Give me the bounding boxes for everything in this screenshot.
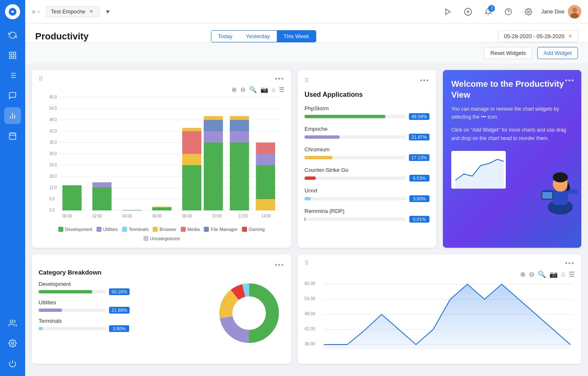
sidebar-item-charts[interactable] [4,107,21,124]
home-icon[interactable]: ⌂ [272,86,276,93]
user-menu[interactable]: Jane Doe [541,5,581,18]
notification-button[interactable]: 3 [481,4,496,19]
help-button[interactable] [501,4,516,19]
linechart-controls: ⊕ ⊖ 🔍 📷 ⌂ ☰ [298,267,581,280]
tab-today[interactable]: Today [211,31,239,42]
donut-chart [216,280,283,348]
topbar: ≡→ Test Empoche ✕ ▾ 3 Jane Doe [25,0,588,23]
svg-text:60.00: 60.00 [304,281,315,286]
reset-widgets-button[interactable]: Reset Widgets [484,47,532,59]
legend-media: Media [181,227,200,232]
sidebar-item-users[interactable] [4,315,21,332]
app-counterstrike: Counter-Strike Go 6.53% [304,167,429,182]
svg-text:30.0: 30.0 [49,151,57,156]
svg-rect-69 [230,120,249,131]
sidebar-item-list[interactable] [4,67,21,84]
breakdown-menu-icon[interactable]: ••• [275,261,284,269]
linechart-menu-icon[interactable]: ••• [565,259,575,267]
sidebar-item-settings[interactable] [4,335,21,352]
menu-icon[interactable]: ☰ [279,86,284,93]
svg-rect-1 [10,52,12,55]
legend-development: Development [58,227,92,232]
date-range-picker[interactable]: 05-28-2020 - 05-28-2020 ✕ [498,30,578,42]
linechart-zoom-out-icon[interactable]: ⊖ [529,270,534,278]
chart-controls: ⊕ ⊖ 🔍 📷 ⌂ ☰ [32,83,291,95]
zoom-out-icon[interactable]: ⊖ [240,86,246,93]
svg-rect-92 [542,192,552,199]
app-urxvt: Urxvt 3.80% [304,187,429,202]
legend-utilities: Utilities [96,227,118,232]
tab-yesterday[interactable]: Yesterday [239,31,276,42]
app-phpstorm: PhpStorm 49.59% [304,105,429,120]
linechart-drag-icon[interactable]: ⠿ [304,259,309,267]
sidebar [0,0,25,376]
settings-button[interactable] [521,4,536,19]
sidebar-item-chat[interactable] [4,87,21,104]
svg-point-19 [12,342,14,345]
apps-drag-handle-icon[interactable]: ⠿ [304,77,309,84]
bar-chart-area: 60.0 54.0 48.0 42.0 36.0 30.0 24.0 18.0 … [32,95,291,223]
welcome-card: ••• Welcome to the Productivity View You… [443,70,581,248]
sidebar-item-refresh[interactable] [4,27,21,44]
sidebar-logo[interactable] [5,4,20,19]
legend-gaming: Gaming [242,227,265,232]
legend-browser: Browser [153,227,176,232]
svg-text:08:00: 08:00 [182,214,192,218]
svg-text:04:00: 04:00 [122,214,132,218]
date-range-value: 05-28-2020 - 05-28-2020 [504,33,565,39]
date-clear-icon[interactable]: ✕ [568,33,572,39]
welcome-text1: You can manage or remove the chart widge… [451,105,573,121]
svg-text:6.0: 6.0 [49,197,55,201]
notification-badge: 3 [488,5,495,12]
play-button[interactable] [440,4,455,19]
welcome-menu-icon[interactable]: ••• [565,77,575,84]
category-breakdown-card: ••• Category Breakdown Development 50.26… [32,254,291,364]
sidebar-item-calendar[interactable] [4,127,21,144]
svg-marker-109 [324,284,570,349]
widget-toolbar: Reset Widgets Add Widget [25,43,588,63]
svg-point-29 [572,8,577,13]
breakdown-title: Category Breakdown [39,269,284,276]
time-tab-group: Today Yesterday This Week [211,30,316,42]
svg-text:54.00: 54.00 [304,296,315,301]
used-apps-title: Used Applications [304,91,429,99]
svg-point-98 [232,296,266,330]
svg-rect-2 [13,52,16,55]
sidebar-item-dashboard[interactable] [4,47,21,64]
svg-text:12:00: 12:00 [238,214,248,218]
svg-rect-54 [92,187,112,210]
add-widget-button[interactable]: Add Widget [537,47,578,59]
apps-menu-icon[interactable]: ••• [420,77,429,84]
main-content: ≡→ Test Empoche ✕ ▾ 3 Jane Doe [25,0,588,376]
svg-rect-61 [182,131,201,154]
linechart-camera-icon[interactable]: 📷 [549,270,558,278]
workspace-chevron-icon[interactable]: ▾ [106,8,109,16]
welcome-title: Welcome to the Productivity View [451,78,573,100]
svg-text:12.0: 12.0 [49,185,57,190]
svg-rect-72 [256,154,275,165]
svg-text:48.0: 48.0 [49,117,57,122]
workspace-close-icon[interactable]: ✕ [88,8,95,15]
linechart-list-icon[interactable]: ☰ [569,270,575,278]
add-button[interactable] [461,4,476,19]
tab-this-week[interactable]: This Week [277,31,316,42]
line-chart-card: ⠿ ••• ⊕ ⊖ 🔍 📷 ⌂ ☰ 60.00 54.00 48.00 42.0… [298,254,581,364]
bar-chart-menu-icon[interactable]: ••• [275,75,284,83]
chart-legend: Development Utilities Terminals Browser … [32,223,291,241]
linechart-zoom-in-icon[interactable]: ⊕ [520,270,526,278]
workspace-selector[interactable]: Test Empoche ✕ [46,6,99,17]
workspace-icon: ≡→ [32,8,41,15]
search-icon[interactable]: 🔍 [249,86,257,93]
svg-rect-63 [204,143,223,210]
svg-text:42.00: 42.00 [304,327,315,331]
avatar [568,5,581,18]
linechart-home-icon[interactable]: ⌂ [561,270,565,278]
svg-rect-90 [568,189,578,194]
sidebar-item-power[interactable] [4,355,21,372]
bar-chart-header: ⠿ ••• [32,70,291,83]
svg-text:0.0: 0.0 [49,208,55,213]
zoom-in-icon[interactable]: ⊕ [232,86,237,93]
camera-icon[interactable]: 📷 [260,86,268,93]
drag-handle-icon[interactable]: ⠿ [39,75,43,82]
linechart-search-icon[interactable]: 🔍 [538,270,546,278]
